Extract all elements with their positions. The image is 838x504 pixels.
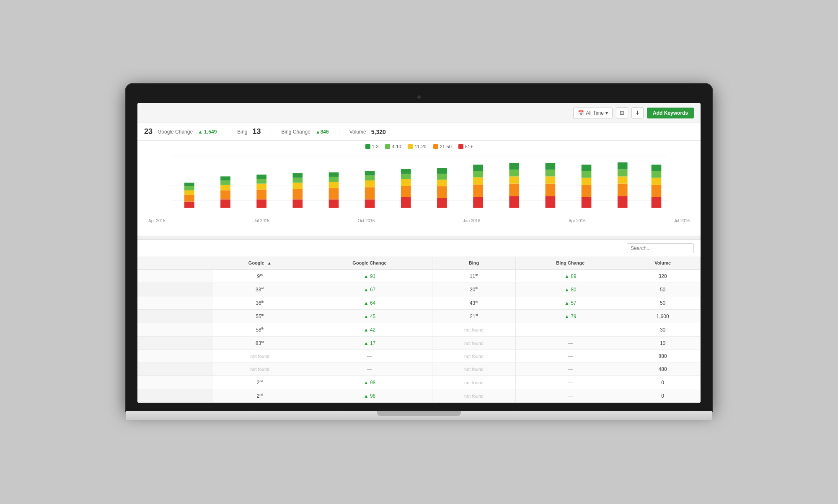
bing-change-value: ▲846 bbox=[316, 129, 329, 135]
table-row: 2nd▲ 98not found—0 bbox=[137, 376, 701, 389]
svg-rect-70 bbox=[652, 197, 662, 208]
stat-google: 23 Google Change ▲ 1,549 bbox=[144, 127, 227, 136]
svg-rect-22 bbox=[292, 183, 303, 189]
svg-rect-26 bbox=[329, 188, 339, 199]
legend-21-50: 21-50 bbox=[433, 144, 452, 149]
svg-rect-67 bbox=[618, 176, 628, 183]
chart-label-jan2016: Jan 2016 bbox=[463, 219, 480, 223]
cell-google: 58th bbox=[213, 323, 307, 337]
table-row: 33rd▲ 6720th▲ 8050 bbox=[137, 283, 701, 296]
svg-rect-43 bbox=[437, 174, 447, 180]
cell-keyword bbox=[137, 337, 213, 350]
volume-label: Volume bbox=[349, 129, 366, 135]
data-table: Google ▲ Google Change Bing Bing Change … bbox=[137, 257, 701, 403]
legend-11-20: 11-20 bbox=[408, 144, 426, 149]
table-row: 2nd▲ 98not found—0 bbox=[137, 389, 701, 403]
columns-button[interactable]: ⊞ bbox=[616, 107, 628, 118]
cell-bing: 43rd bbox=[432, 296, 515, 310]
cell-google: 55th bbox=[213, 310, 307, 323]
laptop-container: 📅 All Time ▾ ⊞ ⬇ Add Keywords 23 bbox=[126, 84, 712, 420]
download-button[interactable]: ⬇ bbox=[631, 107, 644, 118]
google-change: ▲ 1,549 bbox=[198, 129, 217, 135]
svg-rect-68 bbox=[618, 169, 628, 176]
cell-bing: 11th bbox=[432, 269, 515, 283]
legend-label-11-20: 11-20 bbox=[414, 144, 426, 149]
cell-bing: 20th bbox=[432, 283, 515, 296]
svg-rect-19 bbox=[256, 175, 266, 179]
stats-row: 23 Google Change ▲ 1,549 Bing 13 Bing Ch… bbox=[137, 123, 701, 141]
svg-rect-45 bbox=[473, 197, 483, 208]
bing-number: 13 bbox=[252, 127, 261, 136]
chart-x-labels: Apr 2015 Jul 2015 Oct 2015 Jan 2016 Apr … bbox=[144, 219, 694, 223]
svg-rect-62 bbox=[582, 178, 592, 185]
col-header-bing-change[interactable]: Bing Change bbox=[516, 257, 625, 269]
cell-google-change: ▲ 67 bbox=[307, 283, 432, 296]
cell-volume: 0 bbox=[625, 389, 701, 403]
search-input[interactable] bbox=[627, 243, 694, 253]
cell-volume: 50 bbox=[625, 283, 701, 296]
svg-rect-5 bbox=[184, 202, 194, 208]
svg-rect-29 bbox=[329, 172, 339, 177]
table-row: 83rd▲ 17not found—10 bbox=[137, 337, 701, 350]
google-number: 23 bbox=[144, 127, 153, 136]
svg-rect-7 bbox=[184, 190, 194, 195]
svg-rect-28 bbox=[329, 177, 339, 182]
svg-rect-21 bbox=[292, 189, 303, 200]
table-row: 58th▲ 42not found—30 bbox=[137, 323, 701, 337]
col-header-google[interactable]: Google ▲ bbox=[213, 257, 307, 269]
cell-bing-change: — bbox=[516, 337, 625, 350]
google-label: Google Change bbox=[158, 129, 193, 135]
chevron-down-icon: ▾ bbox=[605, 110, 608, 116]
stat-volume: Volume 5,320 bbox=[349, 129, 396, 135]
laptop-screen: 📅 All Time ▾ ⊞ ⬇ Add Keywords 23 bbox=[137, 103, 701, 403]
cell-keyword bbox=[137, 323, 213, 337]
svg-rect-20 bbox=[292, 199, 303, 208]
svg-rect-63 bbox=[582, 171, 592, 177]
cell-keyword bbox=[137, 389, 213, 403]
download-icon: ⬇ bbox=[635, 110, 640, 116]
cell-google-change: ▲ 98 bbox=[307, 376, 432, 389]
svg-rect-55 bbox=[546, 196, 556, 208]
legend-1-3: 1-3 bbox=[365, 144, 379, 149]
legend-4-10: 4-10 bbox=[385, 144, 401, 149]
svg-rect-57 bbox=[546, 176, 556, 183]
cell-bing-change: — bbox=[516, 363, 625, 376]
cell-volume: 480 bbox=[625, 363, 701, 376]
legend-color-1-3 bbox=[365, 144, 370, 149]
svg-rect-17 bbox=[256, 184, 266, 190]
cell-google-change: ▲ 64 bbox=[307, 296, 432, 310]
cell-google-change: ▲ 42 bbox=[307, 323, 432, 337]
cell-google-change: ▲ 17 bbox=[307, 337, 432, 350]
cell-volume: 320 bbox=[625, 269, 701, 283]
cell-keyword bbox=[137, 376, 213, 389]
svg-rect-44 bbox=[437, 168, 447, 174]
svg-rect-37 bbox=[401, 179, 411, 186]
legend-label-1-3: 1-3 bbox=[372, 144, 379, 149]
chart-label-oct2015: Oct 2015 bbox=[358, 219, 375, 223]
legend-color-4-10 bbox=[385, 144, 390, 149]
svg-rect-25 bbox=[329, 199, 339, 208]
col-header-volume[interactable]: Volume bbox=[625, 257, 701, 269]
svg-rect-50 bbox=[509, 196, 519, 208]
col-header-bing[interactable]: Bing bbox=[432, 257, 515, 269]
legend-color-11-20 bbox=[408, 144, 413, 149]
cell-google-change: — bbox=[307, 350, 432, 363]
svg-rect-35 bbox=[401, 197, 411, 208]
svg-rect-11 bbox=[220, 190, 230, 200]
svg-rect-30 bbox=[365, 199, 375, 208]
cell-google: 83rd bbox=[213, 337, 307, 350]
cell-keyword bbox=[137, 350, 213, 363]
table-row: not found—not found—880 bbox=[137, 350, 701, 363]
screen-bezel: 📅 All Time ▾ ⊞ ⬇ Add Keywords 23 bbox=[126, 84, 712, 411]
add-keywords-button[interactable]: Add Keywords bbox=[647, 108, 694, 118]
svg-rect-56 bbox=[546, 184, 556, 196]
cell-bing: not found bbox=[432, 337, 515, 350]
svg-rect-71 bbox=[652, 185, 662, 197]
all-time-button[interactable]: 📅 All Time ▾ bbox=[573, 108, 613, 118]
svg-rect-48 bbox=[473, 171, 483, 177]
cell-bing-change: — bbox=[516, 323, 625, 337]
cell-google: 36th bbox=[213, 296, 307, 310]
svg-rect-6 bbox=[184, 195, 194, 202]
cell-google-change: ▲ 91 bbox=[307, 269, 432, 283]
col-header-google-change[interactable]: Google Change bbox=[307, 257, 432, 269]
